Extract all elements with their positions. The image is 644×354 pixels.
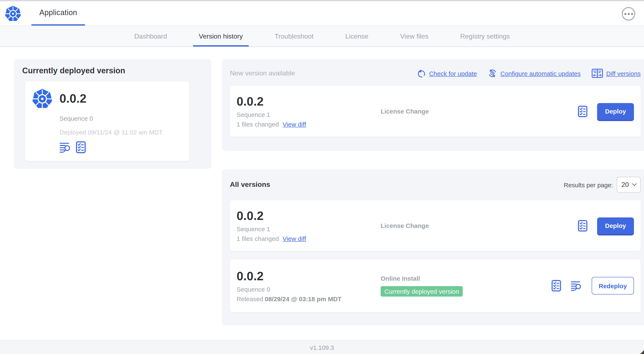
version-row-sequence-1: 0.0.2 Sequence 1 1 files changed View di…: [230, 200, 641, 251]
logs-search-icon[interactable]: [571, 280, 582, 291]
diff-versions-label: Diff versions: [606, 70, 641, 77]
logs-search-icon[interactable]: [60, 142, 71, 153]
version-number: 0.0.2: [236, 95, 380, 108]
currently-deployed-title: Currently deployed version: [22, 66, 203, 75]
deployed-version-card: 0.0.2 Sequence 0 Deployed 09/11/24 @ 11:…: [25, 81, 189, 161]
diff-versions-link[interactable]: Diff versions: [592, 68, 641, 78]
deployed-version-number: 0.0.2: [60, 92, 86, 105]
app-tab-application[interactable]: Application: [32, 1, 85, 26]
checklist-icon[interactable]: [578, 220, 588, 231]
kubernetes-logo: [4, 5, 21, 22]
tab-version-history[interactable]: Version history: [193, 26, 249, 47]
ellipsis-icon: [624, 13, 626, 15]
new-version-title: New version available: [230, 70, 295, 77]
chevron-down-icon: [632, 183, 637, 186]
checklist-icon[interactable]: [578, 105, 588, 117]
configure-automatic-updates-link[interactable]: Configure automatic updates: [488, 69, 581, 78]
checklist-icon[interactable]: [76, 141, 86, 153]
overflow-menu-button[interactable]: [622, 7, 635, 21]
version-source: License Change: [380, 222, 578, 229]
page-content: Currently deployed version 0.0.2 Sequenc…: [0, 47, 644, 340]
tab-troubleshoot[interactable]: Troubleshoot: [269, 26, 320, 47]
version-sequence: Sequence 1: [236, 111, 380, 118]
tab-dashboard[interactable]: Dashboard: [128, 26, 173, 47]
released-timestamp: Released 08/29/24 @ 03:18 pm MDT: [236, 295, 380, 302]
tab-view-files[interactable]: View files: [394, 26, 434, 47]
diff-columns-icon: [592, 68, 603, 78]
results-per-page-label: Results per page:: [564, 181, 613, 188]
deployed-timestamp: Deployed 09/11/24 @ 11:02 am MDT: [60, 129, 182, 136]
version-sequence: Sequence 0: [236, 285, 380, 293]
version-source: Online Install: [380, 275, 552, 282]
app-nav-tabs: Dashboard Version history Troubleshoot L…: [0, 26, 644, 47]
tab-license[interactable]: License: [340, 26, 374, 47]
deploy-button[interactable]: Deploy: [597, 103, 634, 120]
version-number: 0.0.2: [236, 209, 380, 222]
version-number: 0.0.2: [236, 269, 380, 282]
results-per-page-select[interactable]: 20: [617, 177, 641, 193]
all-versions-title: All versions: [230, 181, 270, 189]
check-for-update-label: Check for update: [429, 70, 477, 77]
refresh-icon: [417, 69, 426, 78]
checklist-icon[interactable]: [552, 280, 561, 291]
tab-registry-settings[interactable]: Registry settings: [454, 26, 516, 47]
currently-deployed-panel: Currently deployed version 0.0.2 Sequenc…: [14, 59, 212, 169]
check-for-update-link[interactable]: Check for update: [417, 69, 477, 78]
view-diff-link[interactable]: View diff: [283, 121, 306, 128]
new-version-row: 0.0.2 Sequence 1 1 files changed View di…: [230, 86, 641, 137]
redeploy-button[interactable]: Redeploy: [592, 277, 634, 294]
view-diff-link[interactable]: View diff: [283, 235, 306, 242]
files-changed-text: 1 files changed: [236, 235, 279, 242]
version-source: License Change: [380, 108, 578, 115]
all-versions-panel: All versions Results per page: 20 0.0.2 …: [222, 169, 644, 325]
deploy-button[interactable]: Deploy: [597, 217, 634, 234]
app-header: Application: [0, 1, 644, 26]
app-title: Application: [39, 8, 77, 17]
version-row-sequence-0: 0.0.2 Sequence 0 Released 08/29/24 @ 03:…: [230, 259, 641, 312]
ellipsis-icon: [631, 13, 633, 15]
cursor-artifact: [640, 350, 644, 354]
console-version: v1.109.3: [310, 344, 334, 351]
kubernetes-logo: [32, 88, 53, 109]
scheduled-update-icon: [488, 69, 497, 78]
files-changed-text: 1 files changed: [236, 121, 279, 128]
deployed-sequence: Sequence 0: [60, 115, 182, 122]
configure-automatic-updates-label: Configure automatic updates: [500, 70, 581, 77]
results-per-page-value: 20: [622, 181, 629, 189]
new-version-panel: New version available Check for update C…: [222, 59, 644, 151]
app-footer: v1.109.3: [0, 340, 644, 354]
version-sequence: Sequence 1: [236, 225, 380, 232]
ellipsis-icon: [628, 13, 630, 15]
admin-console-screen: Application Dashboard Version history Tr…: [0, 0, 644, 354]
currently-deployed-badge: Currently deployed version: [380, 286, 463, 297]
